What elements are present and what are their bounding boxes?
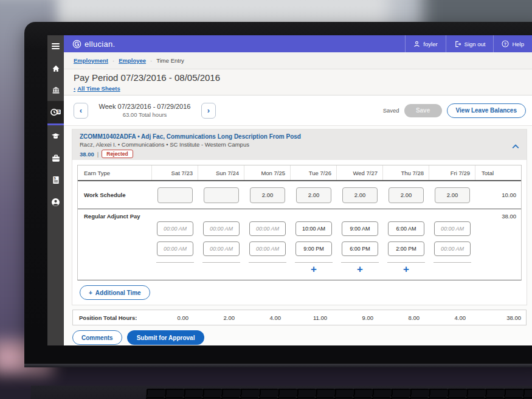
user-name: foyler — [423, 41, 437, 47]
svg-text:S: S — [57, 109, 60, 114]
position-totals-label: Position Total Hours: — [73, 314, 147, 321]
home-icon — [52, 64, 60, 72]
time-in-tue[interactable] — [295, 221, 332, 236]
total-thu: 8.00 — [378, 314, 424, 321]
time-in-wed[interactable] — [342, 221, 378, 236]
additional-time-wrap: + Additional Time — [80, 285, 522, 300]
position-status-line: 38.00 | Rejected — [80, 150, 508, 158]
sidebar-item-profile[interactable] — [47, 191, 64, 213]
breadcrumb-separator: · — [150, 57, 152, 64]
comments-button[interactable]: Comments — [72, 330, 122, 345]
position-totals-row: Position Total Hours: 0.00 2.00 4.00 11.… — [72, 310, 527, 325]
chevron-right-icon: › — [207, 106, 210, 115]
additional-time-button[interactable]: + Additional Time — [80, 285, 150, 300]
back-link-label: All Time Sheets — [77, 85, 120, 92]
entry-divider — [295, 262, 333, 263]
plus-icon: + — [403, 263, 409, 275]
breadcrumb-employee[interactable]: Employee — [119, 57, 146, 64]
total-fri: 4.00 — [424, 314, 471, 321]
sign-out-label: Sign out — [465, 41, 486, 47]
entry-divider — [249, 262, 286, 263]
position-title: ZCOMM10402ADFA • Adj Fac, Communications… — [80, 133, 508, 140]
position-subtitle: Racz, Alexei I. • Communications • SC In… — [80, 141, 508, 148]
total-sun: 2.00 — [193, 314, 240, 321]
week-total-hours: 63.00 Total hours — [93, 111, 196, 118]
time-out-row — [78, 241, 521, 256]
time-out-thu[interactable] — [388, 241, 424, 256]
laptop-screen: S — [47, 35, 532, 345]
time-out-fri[interactable] — [434, 241, 471, 256]
hamburger-icon — [52, 42, 60, 50]
all-time-sheets-link[interactable]: ‹ All Time Sheets — [74, 85, 120, 92]
work-schedule-row: Work Schedule 2.00 2.00 2.00 2.00 2.00 — [78, 181, 521, 209]
collapse-card-button[interactable] — [511, 141, 520, 152]
table-header-row: Earn Type Sat 7/23 Sun 7/24 Mon 7/25 Tue… — [78, 165, 521, 181]
add-time-tue-button[interactable]: + — [307, 264, 320, 274]
breadcrumb-employment[interactable]: Employment — [74, 57, 108, 64]
saved-status: Saved — [383, 107, 399, 114]
svg-text:$: $ — [54, 176, 55, 180]
user-menu-button[interactable]: foyler — [405, 35, 445, 52]
time-in-sun[interactable] — [203, 221, 240, 236]
additional-time-label: Additional Time — [95, 290, 141, 296]
time-out-sun[interactable] — [203, 241, 240, 256]
next-week-button[interactable]: › — [201, 103, 216, 119]
previous-week-button[interactable]: ‹ — [74, 103, 88, 119]
time-entry-app: S — [47, 35, 532, 345]
person-circle-icon — [51, 198, 60, 207]
total-week: 38.00 — [471, 314, 526, 321]
sidebar-nav: S — [47, 35, 64, 345]
sidebar-item-academics[interactable] — [47, 125, 64, 147]
time-out-sat[interactable] — [157, 241, 193, 256]
time-in-sat[interactable] — [157, 221, 193, 236]
plus-icon: + — [89, 290, 92, 296]
time-out-wed[interactable] — [342, 241, 378, 256]
submit-for-approval-button[interactable]: Submit for Approval — [127, 330, 205, 345]
work-schedule-fri: 2.00 — [435, 187, 470, 203]
graduation-cap-icon — [51, 133, 60, 140]
help-label: Help — [512, 41, 524, 47]
svg-text:?: ? — [504, 42, 506, 46]
help-button[interactable]: ? Help — [493, 35, 532, 52]
sign-out-button[interactable]: Sign out — [446, 35, 494, 52]
header-actions: foyler Sign out — [405, 35, 532, 52]
status-badge: Rejected — [102, 150, 133, 158]
sidebar-item-employment[interactable] — [47, 147, 64, 169]
sidebar-item-home[interactable] — [47, 57, 64, 79]
week-actions: Saved Save View Leave Balances — [383, 103, 526, 118]
entry-divider — [434, 262, 471, 263]
position-card: ZCOMM10402ADFA • Adj Fac, Communications… — [72, 130, 527, 305]
week-navigation-bar: ‹ Week 07/23/2016 - 07/29/2016 63.00 Tot… — [64, 95, 532, 126]
time-out-tue[interactable] — [295, 241, 332, 256]
add-time-wed-button[interactable]: + — [353, 264, 367, 274]
time-in-thu[interactable] — [388, 221, 424, 236]
position-card-body: Earn Type Sat 7/23 Sun 7/24 Mon 7/25 Tue… — [72, 160, 527, 305]
add-time-thu-button[interactable]: + — [399, 264, 413, 274]
sidebar-item-finances[interactable]: $ — [47, 169, 64, 191]
time-out-mon[interactable] — [249, 241, 286, 256]
timesheet-table: Earn Type Sat 7/23 Sun 7/24 Mon 7/25 Tue… — [77, 165, 522, 280]
entry-divider — [156, 262, 194, 263]
back-chevron-icon: ‹ — [74, 85, 75, 92]
entry-divider — [341, 262, 379, 263]
chevron-up-icon — [512, 144, 519, 149]
view-leave-balances-button[interactable]: View Leave Balances — [447, 103, 526, 118]
column-header-total: Total — [475, 165, 521, 180]
work-schedule-thu: 2.00 — [389, 187, 424, 203]
column-header-sat: Sat 7/23 — [152, 165, 198, 180]
add-entry-row: + + + — [78, 264, 521, 276]
sidebar-item-institution[interactable] — [47, 79, 64, 101]
menu-toggle-button[interactable] — [47, 35, 64, 57]
briefcase-icon — [52, 154, 60, 162]
time-in-mon[interactable] — [249, 221, 286, 236]
work-schedule-sun — [204, 187, 239, 203]
laptop-hinge — [24, 364, 532, 367]
column-header-wed: Wed 7/27 — [337, 165, 383, 180]
user-icon — [413, 41, 420, 47]
column-header-thu: Thu 7/28 — [383, 165, 429, 180]
save-button[interactable]: Save — [404, 104, 442, 117]
sidebar-item-time-entry[interactable]: S — [47, 101, 64, 125]
bank-icon — [52, 86, 60, 94]
time-in-fri[interactable] — [434, 221, 471, 236]
breadcrumb: Employment · Employee · Time Entry — [64, 52, 532, 69]
